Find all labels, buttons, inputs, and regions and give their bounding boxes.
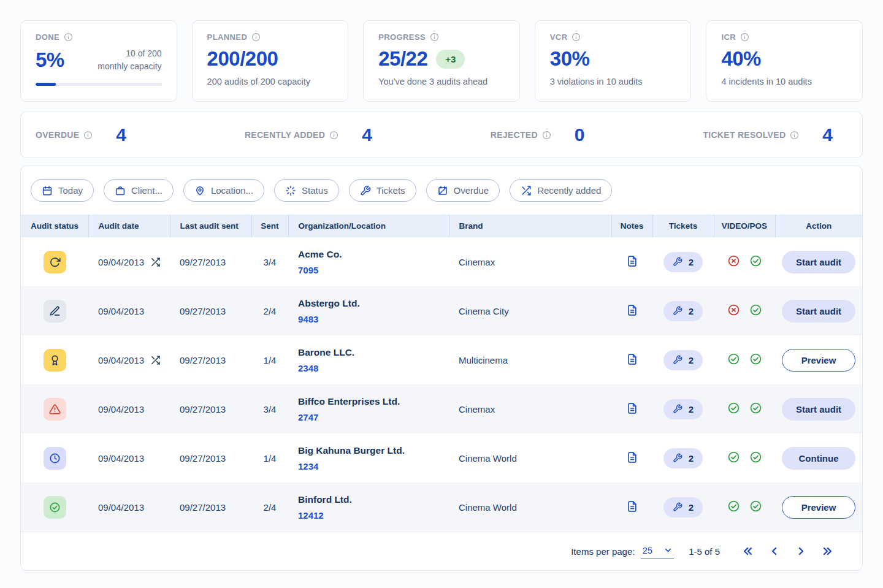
- last-audit-sent: 09/27/2013: [180, 355, 226, 365]
- pager: [738, 542, 836, 561]
- summary-rejected-label: REJECTED: [491, 130, 538, 140]
- brand: Multicinema: [459, 355, 508, 365]
- info-icon[interactable]: [430, 32, 439, 42]
- filter-today-label: Today: [58, 185, 83, 196]
- info-icon[interactable]: [571, 32, 581, 42]
- tickets-button[interactable]: 2: [663, 497, 703, 517]
- audits-table: Audit status Audit date Last audit sent …: [21, 215, 862, 532]
- calendar-crossed-icon: [437, 185, 448, 196]
- video-ok-icon: [727, 402, 740, 414]
- start-audit-button[interactable]: Start audit: [782, 251, 855, 273]
- summary-rejected: REJECTED 0: [491, 124, 585, 145]
- previous-page-button[interactable]: [765, 542, 784, 561]
- filter-client-label: Client...: [131, 185, 162, 196]
- location-id-link[interactable]: 12412: [298, 510, 324, 521]
- video-ok-icon: [727, 353, 740, 365]
- wrench-icon: [673, 453, 682, 463]
- card-planned: PLANNED 200/200 200 audits of 200 capaci…: [192, 20, 349, 102]
- vcr-subtext: 3 violations in 10 audits: [550, 77, 676, 86]
- note-document-icon: [626, 500, 638, 513]
- filter-location-label: Location...: [211, 185, 253, 196]
- sent-count: 1/4: [264, 355, 277, 365]
- info-icon[interactable]: [542, 131, 551, 140]
- wrench-icon: [360, 185, 371, 196]
- notes-button[interactable]: [626, 255, 638, 267]
- last-page-button[interactable]: [817, 542, 836, 561]
- start-audit-button[interactable]: Start audit: [782, 398, 855, 421]
- table-row: 09/04/2013 09/27/2013 1/4 Barone LLC.234…: [21, 335, 862, 384]
- notes-button[interactable]: [626, 451, 638, 464]
- filter-status[interactable]: Status: [274, 179, 339, 202]
- vcr-value: 30%: [550, 47, 590, 71]
- filter-tickets[interactable]: Tickets: [349, 179, 416, 202]
- shuffle-icon: [150, 355, 161, 365]
- chevron-down-icon: [663, 546, 673, 555]
- tickets-button[interactable]: 2: [663, 399, 703, 419]
- filter-recently-added[interactable]: Recently added: [510, 179, 612, 202]
- last-audit-sent: 09/27/2013: [180, 453, 226, 464]
- card-progress-label: PROGRESS: [378, 32, 426, 42]
- status-refresh-icon: [44, 251, 66, 273]
- icr-value: 40%: [721, 47, 761, 71]
- done-progress-fill: [36, 83, 56, 86]
- filter-location[interactable]: Location...: [183, 179, 264, 202]
- location-id-link[interactable]: 2747: [298, 412, 318, 422]
- note-document-icon: [626, 451, 638, 464]
- location-id-link[interactable]: 1234: [298, 461, 318, 472]
- double-chevron-left-icon: [742, 545, 754, 557]
- brand: Cinema City: [459, 306, 509, 316]
- card-planned-label: PLANNED: [207, 32, 248, 42]
- spinner-icon: [285, 185, 296, 196]
- notes-button[interactable]: [626, 402, 638, 414]
- tickets-button[interactable]: 2: [663, 350, 703, 370]
- wrench-icon: [673, 257, 682, 267]
- items-per-page-select[interactable]: 25: [641, 544, 674, 559]
- info-icon[interactable]: [83, 131, 93, 140]
- filter-overdue[interactable]: Overdue: [426, 179, 500, 202]
- status-check-icon: [44, 496, 66, 519]
- table-footer: Items per page: 25 1-5 of 5: [21, 532, 862, 570]
- planned-value: 200/200: [207, 47, 278, 71]
- filter-client[interactable]: Client...: [104, 179, 174, 202]
- info-icon[interactable]: [329, 131, 338, 140]
- col-sent: Sent: [251, 215, 288, 237]
- location-id-link[interactable]: 9483: [298, 314, 318, 324]
- info-icon[interactable]: [740, 32, 749, 42]
- next-page-button[interactable]: [791, 542, 810, 561]
- preview-button[interactable]: Preview: [782, 496, 855, 519]
- organization-name: Binford Ltd.: [298, 494, 449, 505]
- filter-recently-added-label: Recently added: [537, 185, 601, 196]
- notes-button[interactable]: [626, 500, 638, 513]
- first-page-button[interactable]: [738, 542, 757, 561]
- organization-name: Acme Co.: [298, 249, 449, 260]
- start-audit-button[interactable]: Start audit: [782, 300, 855, 323]
- filter-today[interactable]: Today: [31, 179, 94, 202]
- preview-button[interactable]: Preview: [782, 349, 855, 372]
- notes-button[interactable]: [626, 353, 638, 365]
- notes-button[interactable]: [626, 304, 638, 316]
- card-progress: PROGRESS 25/22 +3 You've done 3 audits a…: [363, 20, 520, 102]
- organization-name: Barone LLC.: [298, 347, 449, 358]
- organization-name: Abstergo Ltd.: [298, 298, 449, 309]
- col-audit-status: Audit status: [21, 215, 88, 237]
- info-icon[interactable]: [790, 131, 799, 140]
- audits-table-card: Today Client... Location... Status Ticke…: [20, 166, 863, 571]
- location-id-link[interactable]: 2348: [298, 363, 318, 373]
- tickets-button[interactable]: 2: [663, 301, 703, 321]
- pos-ok-icon: [749, 304, 762, 316]
- brand: Cinema World: [459, 502, 517, 513]
- location-id-link[interactable]: 7095: [298, 265, 318, 275]
- col-video-pos: VIDEO/POS: [714, 215, 775, 237]
- brand: Cinemax: [459, 404, 495, 414]
- kpi-cards-row: DONE 5% 10 of 200 monthly capacity PLANN…: [20, 20, 863, 102]
- audit-date: 09/04/2013: [98, 306, 144, 316]
- info-icon[interactable]: [251, 32, 261, 42]
- status-medal-icon: [44, 349, 66, 372]
- tickets-count: 2: [689, 306, 694, 316]
- shuffle-icon: [521, 185, 532, 196]
- tickets-button[interactable]: 2: [663, 448, 703, 468]
- tickets-button[interactable]: 2: [663, 252, 703, 272]
- info-icon[interactable]: [64, 32, 73, 42]
- summary-rejected-value: 0: [575, 124, 585, 145]
- continue-button[interactable]: Continue: [782, 447, 855, 470]
